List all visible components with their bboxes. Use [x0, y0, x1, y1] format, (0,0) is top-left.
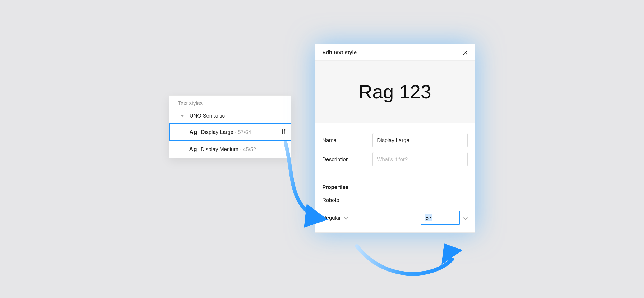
- text-style-name: Display Medium: [201, 146, 238, 152]
- edit-style-button[interactable]: [276, 124, 291, 140]
- text-styles-panel: Text styles UNO Semantic Ag Display Larg…: [169, 95, 291, 158]
- properties-section: Properties Roboto Regular 57: [315, 178, 475, 232]
- chevron-down-icon: [181, 114, 184, 118]
- text-style-name: Display Large: [201, 129, 233, 135]
- font-weight-value: Regular: [322, 215, 341, 221]
- styles-group-name: UNO Semantic: [190, 113, 225, 119]
- close-button[interactable]: [462, 50, 468, 56]
- svg-marker-7: [441, 243, 463, 265]
- chevron-down-icon: [463, 216, 468, 220]
- type-sample-icon: Ag: [189, 146, 197, 153]
- description-input[interactable]: [372, 152, 468, 166]
- styles-group-row[interactable]: UNO Semantic: [169, 110, 291, 124]
- text-style-row[interactable]: Ag Display Medium · 45/52: [169, 141, 291, 158]
- style-preview-text: Rag 123: [358, 81, 431, 103]
- font-size-value: 57: [425, 214, 432, 221]
- edit-text-style-panel: Edit text style Rag 123 Name Description: [315, 44, 475, 233]
- text-style-meta: · 57/64: [235, 129, 251, 135]
- name-label: Name: [322, 137, 372, 143]
- text-style-row[interactable]: Ag Display Large · 57/64: [169, 123, 291, 141]
- font-size-field[interactable]: 57: [421, 211, 468, 225]
- sliders-icon: [281, 129, 286, 136]
- description-label: Description: [322, 156, 372, 162]
- name-input[interactable]: [372, 133, 468, 147]
- type-sample-icon: Ag: [189, 129, 197, 136]
- annotation-arrow: [352, 236, 468, 283]
- font-weight-select[interactable]: Regular: [322, 215, 421, 221]
- svg-point-1: [282, 133, 283, 133]
- properties-title: Properties: [322, 184, 468, 190]
- text-styles-header: Text styles: [169, 96, 291, 110]
- font-size-input[interactable]: 57: [421, 211, 460, 225]
- chevron-down-icon: [344, 216, 348, 220]
- font-family-select[interactable]: Roboto: [322, 197, 468, 203]
- edit-panel-glow: Edit text style Rag 123 Name Description: [315, 44, 475, 233]
- text-style-meta: · 45/52: [240, 146, 256, 152]
- svg-point-3: [284, 129, 285, 130]
- close-icon: [462, 50, 468, 56]
- style-form: Name Description: [315, 123, 475, 178]
- edit-panel-title: Edit text style: [322, 49, 357, 56]
- style-preview: Rag 123: [315, 61, 475, 123]
- edit-panel-header: Edit text style: [315, 44, 475, 61]
